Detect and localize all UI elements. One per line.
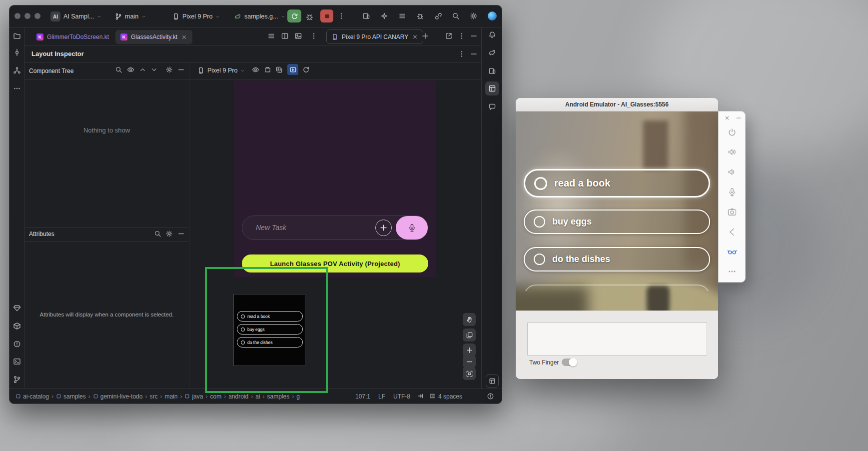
breadcrumb[interactable]: gemini-live-todo bbox=[93, 393, 143, 400]
logcat-button[interactable] bbox=[398, 12, 406, 20]
component-tree-hide-button[interactable] bbox=[177, 66, 185, 74]
emulator-input-area[interactable] bbox=[527, 322, 707, 356]
layout-inspector-tool-button[interactable] bbox=[485, 82, 499, 96]
indent-widget[interactable]: 4 spaces bbox=[438, 393, 462, 400]
add-task-button[interactable] bbox=[375, 220, 392, 236]
view-mode-list-button[interactable] bbox=[267, 32, 275, 40]
version-control-tool-button[interactable] bbox=[13, 376, 21, 384]
run-more-options-button[interactable] bbox=[337, 12, 345, 20]
more-tools-button[interactable] bbox=[13, 84, 21, 92]
feedback-tool-button[interactable] bbox=[488, 103, 496, 111]
toggle-layer-visibility-button[interactable] bbox=[251, 66, 259, 74]
tab-character-widget[interactable] bbox=[416, 392, 424, 400]
zoom-out-button[interactable] bbox=[463, 355, 476, 368]
stop-button[interactable] bbox=[320, 10, 333, 22]
voice-input-button[interactable] bbox=[396, 216, 428, 240]
glasses-mode-button[interactable] bbox=[727, 246, 737, 256]
view-mode-split-button[interactable] bbox=[281, 32, 289, 40]
mini-todo-item[interactable]: read a book bbox=[237, 311, 303, 322]
component-tree-settings-button[interactable] bbox=[165, 66, 173, 74]
volume-down-button[interactable] bbox=[727, 167, 737, 177]
editor-tab-glimmertodoscreen[interactable]: K GlimmerToDoScreen.kt bbox=[31, 30, 114, 44]
add-device-tab-button[interactable] bbox=[421, 32, 429, 40]
debug-button[interactable] bbox=[304, 12, 314, 22]
gradle-tool-button[interactable] bbox=[488, 48, 496, 56]
snapshot-button[interactable] bbox=[275, 66, 283, 74]
notifications-button[interactable] bbox=[488, 31, 496, 39]
component-tree-search-button[interactable] bbox=[114, 66, 122, 74]
device-mirroring-button[interactable] bbox=[362, 12, 370, 20]
structure-tool-button[interactable] bbox=[13, 66, 21, 74]
breadcrumb[interactable]: main bbox=[164, 393, 177, 400]
two-finger-toggle[interactable] bbox=[562, 358, 577, 366]
device-selector[interactable]: Pixel 9 Pro bbox=[169, 10, 223, 23]
terminal-tool-button[interactable] bbox=[13, 358, 21, 366]
volume-up-button[interactable] bbox=[727, 147, 737, 157]
open-in-new-window-button[interactable] bbox=[445, 32, 453, 40]
attributes-search-button[interactable] bbox=[153, 230, 161, 238]
more-options-button[interactable] bbox=[727, 266, 737, 276]
todo-item-pill[interactable]: read a book bbox=[524, 169, 710, 198]
app-quality-insights-button[interactable] bbox=[13, 304, 21, 312]
project-selector[interactable]: AI AI Sampl... bbox=[47, 10, 104, 23]
rerun-button[interactable] bbox=[287, 10, 301, 22]
breadcrumb[interactable]: android bbox=[228, 393, 248, 400]
mini-todo-item[interactable]: do the dishes bbox=[237, 337, 303, 348]
hide-running-devices-button[interactable] bbox=[470, 32, 478, 40]
running-devices-options-button[interactable] bbox=[458, 32, 466, 40]
profile-avatar[interactable] bbox=[488, 12, 497, 20]
breadcrumb[interactable]: java bbox=[184, 393, 203, 400]
back-button[interactable] bbox=[727, 227, 737, 237]
refresh-preview-button[interactable] bbox=[302, 66, 310, 74]
layer-mode-button[interactable] bbox=[463, 328, 476, 342]
layout-inspector-corner-toggle[interactable] bbox=[486, 374, 499, 388]
pair-devices-button[interactable] bbox=[434, 12, 442, 20]
caret-position-widget[interactable]: 107:1 bbox=[355, 393, 370, 400]
screenshot-button[interactable] bbox=[263, 66, 271, 74]
problems-tool-button[interactable] bbox=[13, 340, 21, 348]
editor-options-button[interactable] bbox=[310, 32, 318, 40]
commit-tool-button[interactable] bbox=[13, 48, 21, 56]
encoding-widget[interactable]: UTF-8 bbox=[393, 393, 410, 400]
build-tool-button[interactable] bbox=[13, 322, 21, 330]
line-ending-widget[interactable]: LF bbox=[378, 393, 385, 400]
camera-button[interactable] bbox=[727, 207, 737, 217]
preview-device-selector[interactable]: Pixel 9 Pro bbox=[194, 64, 248, 77]
attach-debugger-button[interactable] bbox=[416, 12, 424, 20]
run-configuration-selector[interactable]: samples.g... bbox=[231, 10, 288, 23]
project-tool-button[interactable] bbox=[13, 32, 21, 40]
mini-todo-item[interactable]: buy eggs bbox=[237, 324, 303, 334]
settings-button[interactable] bbox=[470, 12, 478, 20]
todo-item-pill[interactable]: do the dishes bbox=[524, 247, 710, 272]
search-everywhere-button[interactable] bbox=[452, 12, 460, 20]
close-icon[interactable] bbox=[412, 34, 418, 40]
device-manager-button[interactable] bbox=[488, 67, 496, 75]
breadcrumb[interactable]: g bbox=[296, 393, 300, 400]
close-icon[interactable] bbox=[181, 34, 187, 40]
breadcrumb[interactable]: src bbox=[149, 393, 157, 400]
view-mode-design-button[interactable] bbox=[294, 32, 302, 40]
indent-icon-widget[interactable] bbox=[428, 392, 436, 400]
zoom-to-fit-button[interactable] bbox=[463, 367, 476, 380]
breadcrumb[interactable]: samples bbox=[267, 393, 290, 400]
attributes-hide-button[interactable] bbox=[177, 230, 185, 238]
inspections-widget[interactable] bbox=[486, 392, 494, 400]
breadcrumb[interactable]: ai-catalog bbox=[15, 393, 49, 400]
microphone-button[interactable] bbox=[727, 187, 737, 197]
breadcrumb[interactable]: ai bbox=[255, 393, 260, 400]
attributes-settings-button[interactable] bbox=[165, 230, 173, 238]
breadcrumb[interactable]: samples bbox=[56, 393, 86, 400]
vcs-branch-selector[interactable]: main bbox=[112, 10, 149, 23]
pan-mode-button[interactable] bbox=[463, 313, 476, 326]
minimize-toolbar-button[interactable] bbox=[735, 114, 742, 122]
breadcrumb[interactable]: com bbox=[210, 393, 221, 400]
expand-all-button[interactable] bbox=[138, 66, 146, 74]
maximize-window-button[interactable] bbox=[34, 13, 40, 19]
component-tree-visibility-button[interactable] bbox=[126, 66, 134, 74]
close-toolbar-button[interactable] bbox=[724, 114, 731, 122]
todo-item-pill[interactable]: buy eggs bbox=[524, 210, 710, 234]
collapse-all-button[interactable] bbox=[150, 66, 158, 74]
running-device-tab[interactable]: Pixel 9 Pro API CANARY bbox=[326, 30, 423, 44]
minimize-window-button[interactable] bbox=[24, 13, 30, 19]
close-window-button[interactable] bbox=[14, 13, 20, 19]
